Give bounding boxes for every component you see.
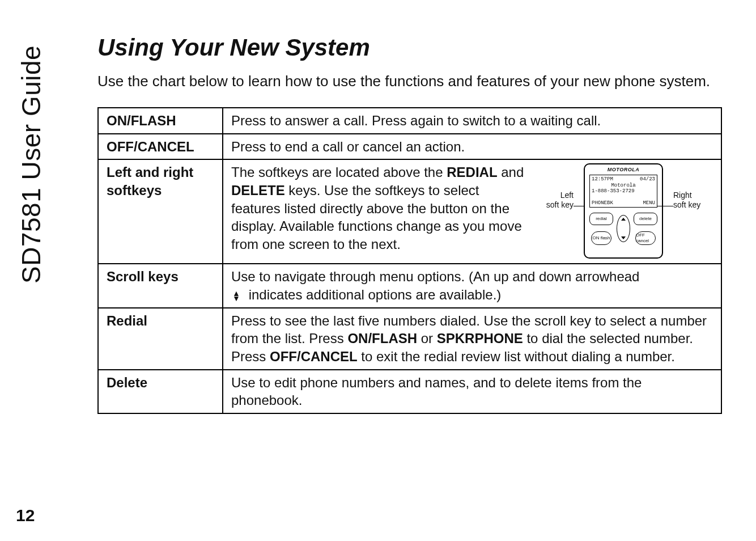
row-label-softkeys: Left and right softkeys (98, 159, 223, 264)
key-delete: delete (634, 213, 657, 225)
row-desc-offcancel: Press to end a call or cancel an action. (223, 134, 721, 160)
row-label-redial: Redial (98, 308, 223, 370)
redial-post: to exit the redial review list without d… (358, 349, 675, 364)
page-title: Using Your New System (97, 34, 722, 61)
table-row: ON/FLASH Press to answer a call. Press a… (98, 108, 721, 134)
softkey-diagram: Left soft key MOTOROLA 12:57PM 04/23 (533, 163, 714, 260)
key-off-cancel: OFF cancel (635, 231, 656, 245)
screen-soft-left: PHONEBK (592, 200, 613, 206)
row-label-delete: Delete (98, 370, 223, 413)
table-row: Delete Use to edit phone numbers and nam… (98, 370, 721, 413)
table-row: OFF/CANCEL Press to end a call or cancel… (98, 134, 721, 160)
row-label-onflash: ON/FLASH (98, 108, 223, 134)
row-label-offcancel: OFF/CANCEL (98, 134, 223, 160)
phone-brand: MOTOROLA (585, 167, 662, 174)
softkeys-kw-delete: DELETE (231, 183, 285, 198)
redial-mid1: or (417, 331, 437, 346)
row-desc-scroll: Use to navigate through menu options. (A… (223, 264, 721, 307)
page-number: 12 (16, 506, 35, 525)
content-area: Using Your New System Use the chart belo… (97, 34, 722, 414)
phone-screen: 12:57PM 04/23 Motorola 1-888-353-2729 PH… (589, 175, 657, 208)
scroll-line1: Use to navigate through menu options. (A… (231, 269, 639, 284)
screen-time: 12:57PM (592, 176, 613, 182)
key-nav (617, 215, 630, 242)
table-row: Left and right softkeys Left soft key MO… (98, 159, 721, 264)
redial-kw-onflash: ON/FLASH (347, 331, 417, 346)
softkeys-text-pre: The softkeys are located above the (231, 164, 447, 180)
screen-name: Motorola (592, 183, 655, 188)
row-desc-onflash: Press to answer a call. Press again to s… (223, 108, 721, 134)
diagram-right-line2: soft key (673, 200, 700, 209)
row-desc-redial: Press to see the last five numbers diale… (223, 308, 721, 370)
diagram-lead-right (657, 206, 673, 206)
key-redial: redial (589, 213, 613, 225)
softkeys-kw-redial: REDIAL (447, 164, 497, 180)
row-label-scroll: Scroll keys (98, 264, 223, 307)
redial-kw-offcancel: OFF/CANCEL (270, 349, 358, 364)
side-product-label: SD7581 User Guide (16, 45, 46, 284)
table-row: Scroll keys Use to navigate through menu… (98, 264, 721, 307)
key-on-flash: ON flash (591, 231, 611, 245)
diagram-left-line2: soft key (546, 200, 574, 209)
table-row: Redial Press to see the last five number… (98, 308, 721, 370)
diagram-right-label: Right soft key (673, 191, 714, 210)
row-desc-softkeys: Left soft key MOTOROLA 12:57PM 04/23 (223, 159, 721, 264)
diagram-right-line1: Right (673, 191, 692, 200)
screen-soft-right: MENU (643, 200, 655, 206)
screen-date: 04/23 (640, 176, 655, 182)
softkeys-text-mid1: and (498, 164, 524, 180)
row-desc-delete: Use to edit phone numbers and names, and… (223, 370, 721, 413)
diagram-left-line1: Left (560, 191, 574, 200)
feature-table: ON/FLASH Press to answer a call. Press a… (97, 107, 722, 414)
screen-number: 1-888-353-2729 (592, 188, 655, 194)
phone-keys: redial delete ON flash OFF cancel (589, 211, 657, 246)
arrowhead-icon: ▲▼ (231, 291, 241, 301)
scroll-line2: indicates additional options are availab… (245, 287, 501, 302)
intro-paragraph: Use the chart below to learn how to use … (97, 71, 722, 91)
phone-illustration: MOTOROLA 12:57PM 04/23 Motorola 1-888-35… (584, 163, 663, 259)
redial-kw-spkrphone: SPKRPHONE (437, 331, 523, 346)
diagram-left-label: Left soft key (533, 191, 574, 210)
